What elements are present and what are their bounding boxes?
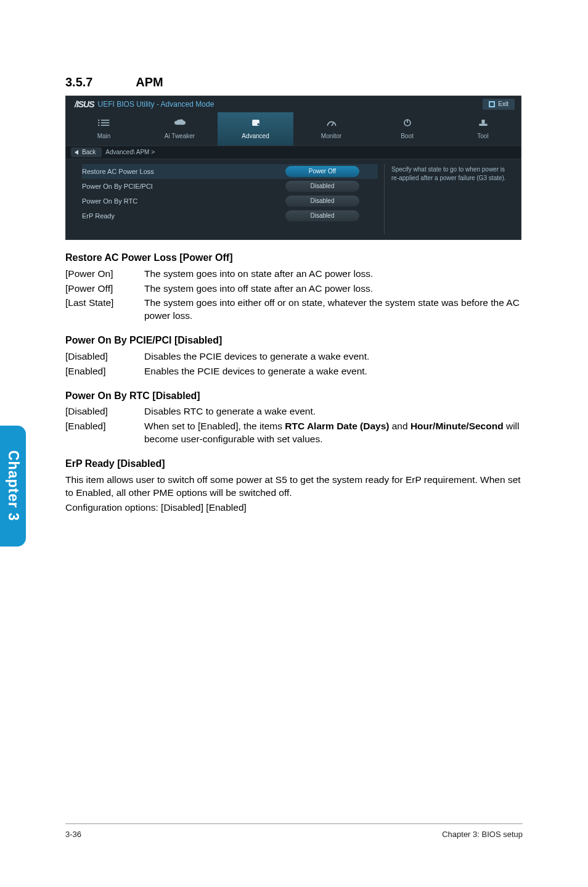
rtc-disabled-val: Disables RTC to generate a wake event. <box>144 405 523 418</box>
svg-rect-2 <box>98 120 100 121</box>
footer-chapter: Chapter 3: BIOS setup <box>442 829 523 840</box>
page-footer: 3-36 Chapter 3: BIOS setup <box>65 823 523 840</box>
row-pcie-label: Power On By PCIE/PCI <box>82 182 285 191</box>
svg-line-10 <box>332 123 333 126</box>
erp-p2: Configuration options: [Disabled] [Enabl… <box>65 501 523 514</box>
section-title: APM <box>136 74 163 91</box>
tab-monitor-label: Monitor <box>321 132 341 141</box>
restore-poweron-val: The system goes into on state after an A… <box>144 268 523 281</box>
row-pcie-value[interactable]: Disabled <box>285 181 359 192</box>
exit-button[interactable]: Exit <box>483 99 515 110</box>
help-pane: Specify what state to go to when power i… <box>384 159 521 239</box>
tab-boot[interactable]: Boot <box>369 112 445 146</box>
gauge-icon <box>325 118 338 130</box>
bios-titlebar: /ISUS UEFI BIOS Utility - Advanced Mode … <box>66 96 521 112</box>
svg-rect-7 <box>101 125 109 126</box>
tab-main[interactable]: Main <box>66 112 142 146</box>
rtc-enabled-key: [Enabled] <box>65 420 144 433</box>
tab-aitweaker-label: Ai Tweaker <box>165 132 195 141</box>
back-label: Back <box>82 148 96 157</box>
tab-tool[interactable]: Tool <box>445 112 521 146</box>
heading-pcie: Power On By PCIE/PCI [Disabled] <box>65 334 523 347</box>
rtc-en-bold1: RTC Alarm Date (Days) <box>285 421 389 431</box>
tab-tool-label: Tool <box>477 132 488 141</box>
section-header: 3.5.7 APM <box>65 74 523 91</box>
section-number: 3.5.7 <box>65 74 133 91</box>
list-icon <box>98 118 110 130</box>
help-text: Specify what state to go to when power i… <box>391 166 506 181</box>
row-pcie[interactable]: Power On By PCIE/PCI Disabled <box>82 179 378 194</box>
restore-poweron-key: [Power On] <box>65 268 144 281</box>
bios-tabs: Main Ai Tweaker Advanced Monitor Boot To… <box>66 112 521 146</box>
svg-rect-3 <box>101 120 109 121</box>
breadcrumb: Advanced\ APM > <box>105 148 155 157</box>
heading-erp: ErP Ready [Disabled] <box>65 457 523 471</box>
row-restore-ac[interactable]: Restore AC Power Loss Power Off <box>82 164 378 179</box>
footer-pagenum: 3-36 <box>65 829 81 840</box>
heading-restore: Restore AC Power Loss [Power Off] <box>65 251 523 265</box>
asus-logo: /ISUS UEFI BIOS Utility - Advanced Mode <box>75 99 214 110</box>
tab-monitor[interactable]: Monitor <box>293 112 369 146</box>
pcie-disabled: [Disabled] Disables the PCIE devices to … <box>65 350 523 363</box>
pcie-enabled-val: Enables the PCIE devices to generate a w… <box>144 365 523 378</box>
pcie-enabled-key: [Enabled] <box>65 365 144 378</box>
back-button[interactable]: Back <box>71 147 102 157</box>
row-restore-label: Restore AC Power Loss <box>82 167 285 176</box>
svg-rect-13 <box>479 123 487 125</box>
restore-laststate: [Last State] The system goes into either… <box>65 297 523 323</box>
svg-rect-4 <box>98 122 100 123</box>
svg-point-9 <box>257 123 259 125</box>
svg-rect-5 <box>101 122 109 123</box>
tab-aitweaker[interactable]: Ai Tweaker <box>142 112 218 146</box>
row-rtc-label: Power On By RTC <box>82 197 285 206</box>
exit-label: Exit <box>498 100 508 109</box>
rtc-enabled: [Enabled] When set to [Enabled], the ite… <box>65 420 523 446</box>
rtc-en-bold2: Hour/Minute/Second <box>410 421 504 431</box>
row-rtc-value[interactable]: Disabled <box>285 196 359 207</box>
row-erp[interactable]: ErP Ready Disabled <box>82 208 378 223</box>
tool-icon <box>477 118 489 130</box>
bios-subbar: Back Advanced\ APM > <box>66 146 521 159</box>
heading-rtc: Power On By RTC [Disabled] <box>65 389 523 403</box>
restore-poweroff-val: The system goes into off state after an … <box>144 283 523 295</box>
bios-title: UEFI BIOS Utility - Advanced Mode <box>98 99 214 109</box>
chip-icon <box>250 118 262 130</box>
settings-pane: Restore AC Power Loss Power Off Power On… <box>66 159 384 239</box>
restore-poweroff: [Power Off] The system goes into off sta… <box>65 283 523 295</box>
exit-icon <box>489 101 495 107</box>
bios-screenshot: /ISUS UEFI BIOS Utility - Advanced Mode … <box>65 96 521 240</box>
pcie-disabled-val: Disables the PCIE devices to generate a … <box>144 350 523 363</box>
rtc-enabled-val: When set to [Enabled], the items RTC Ala… <box>144 420 523 446</box>
row-erp-value[interactable]: Disabled <box>285 210 359 221</box>
rtc-disabled-key: [Disabled] <box>65 405 144 418</box>
svg-rect-1 <box>490 102 494 106</box>
back-arrow-icon <box>75 150 80 155</box>
tab-advanced-label: Advanced <box>242 132 269 141</box>
rtc-disabled: [Disabled] Disables RTC to generate a wa… <box>65 405 523 418</box>
rtc-en-prefix: When set to [Enabled], the items <box>144 421 285 431</box>
tab-main-label: Main <box>97 132 111 141</box>
power-icon <box>401 118 414 130</box>
row-restore-value[interactable]: Power Off <box>285 166 359 177</box>
restore-laststate-val: The system goes into either off or on st… <box>144 297 523 323</box>
rtc-en-mid: and <box>389 421 410 431</box>
chapter-side-tab: Chapter 3 <box>0 426 26 547</box>
svg-rect-6 <box>98 125 100 126</box>
restore-laststate-key: [Last State] <box>65 297 144 310</box>
pcie-disabled-key: [Disabled] <box>65 350 144 363</box>
svg-rect-14 <box>481 120 484 124</box>
restore-poweron: [Power On] The system goes into on state… <box>65 268 523 281</box>
row-rtc[interactable]: Power On By RTC Disabled <box>82 194 378 208</box>
cloud-icon <box>174 118 186 130</box>
tab-advanced[interactable]: Advanced <box>218 112 293 146</box>
tab-boot-label: Boot <box>401 132 414 141</box>
erp-p1: This item allows user to switch off some… <box>65 474 523 500</box>
pcie-enabled: [Enabled] Enables the PCIE devices to ge… <box>65 365 523 378</box>
asus-logo-text: /ISUS <box>75 99 94 110</box>
restore-poweroff-key: [Power Off] <box>65 283 144 295</box>
row-erp-label: ErP Ready <box>82 212 285 221</box>
